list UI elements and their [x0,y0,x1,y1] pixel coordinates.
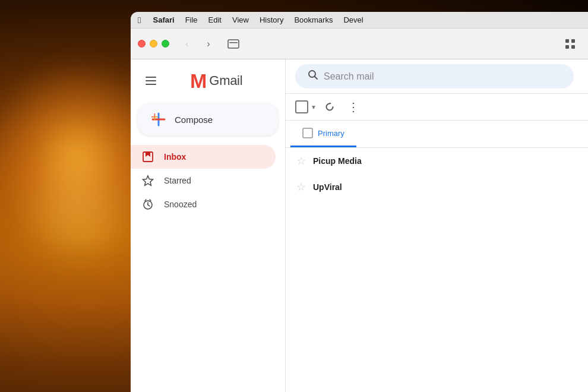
search-bar[interactable]: Search mail [295,64,574,88]
svg-rect-1 [229,42,238,43]
snoozed-label: Snoozed [164,200,197,209]
select-dropdown-icon[interactable]: ▼ [311,104,317,110]
clock-icon [141,198,154,211]
select-all-checkbox[interactable] [295,100,308,113]
svg-line-19 [315,77,318,80]
svg-rect-0 [228,40,239,48]
svg-rect-3 [571,39,575,43]
apple-menu[interactable]:  [138,15,141,25]
email-row-0[interactable]: ☆ Picup Media [286,148,588,174]
menubar-view[interactable]: View [232,15,249,24]
svg-line-16 [145,200,146,201]
svg-rect-5 [571,45,575,49]
grid-view-button[interactable] [559,36,581,52]
traffic-lights [138,40,169,48]
hamburger-menu[interactable] [141,71,160,90]
gmail-main: Search mail ▼ ⋮ [285,59,588,392]
search-icon [307,69,319,84]
svg-rect-4 [565,45,569,49]
inbox-label: Inbox [164,152,186,162]
nav-item-inbox[interactable]: Inbox [131,145,276,169]
svg-rect-2 [565,39,569,43]
gmail-main-toolbar: Search mail [286,59,588,94]
svg-rect-6 [146,77,156,78]
refresh-button[interactable] [319,96,340,118]
menubar-develop[interactable]: Devel [343,15,363,24]
gmail-sidebar: M Gmail Compose [131,59,285,392]
menubar-file[interactable]: File [185,15,198,24]
email-list: ☆ Picup Media ☆ UpViral [286,148,588,392]
back-button[interactable]: ‹ [179,36,195,52]
search-placeholder: Search mail [324,71,562,82]
compose-label: Compose [175,115,213,125]
more-options-button[interactable]: ⋮ [343,96,364,118]
star-icon-row1[interactable]: ☆ [295,181,307,194]
compose-button[interactable]: Compose [138,103,278,135]
tab-primary-label: Primary [318,129,344,138]
svg-marker-12 [143,176,153,185]
browser-area: ‹ › [131,29,588,392]
browser-toolbar: ‹ › [131,29,588,59]
gmail-logo: M Gmail [166,70,242,91]
menubar-history[interactable]: History [260,15,283,24]
tab-primary[interactable]: Primary [290,121,356,147]
minimize-button[interactable] [150,40,157,48]
monitor-frame:  Safari File Edit View History Bookmark… [131,12,588,392]
gmail-m-icon [166,70,188,91]
svg-line-17 [150,200,151,201]
email-row-1[interactable]: ☆ UpViral [286,174,588,200]
gmail-area: M Gmail Compose [131,59,588,392]
inbox-icon [141,150,154,163]
starred-label: Starred [164,176,191,185]
sender-name-0: Picup Media [313,156,408,166]
star-icon [141,174,154,187]
nav-item-snoozed[interactable]: Snoozed [131,192,276,216]
menubar:  Safari File Edit View History Bookmark… [131,12,588,29]
star-icon-row0[interactable]: ☆ [295,154,307,167]
sender-name-1: UpViral [313,182,408,192]
menubar-bookmarks[interactable]: Bookmarks [294,15,333,24]
svg-rect-8 [146,84,156,85]
menubar-safari[interactable]: Safari [153,15,174,24]
fullscreen-button[interactable] [162,40,169,48]
email-tabs: Primary [286,121,588,148]
svg-line-15 [148,205,150,206]
gmail-header: M Gmail [131,65,285,101]
svg-rect-7 [146,80,156,81]
compose-plus-icon [151,112,166,127]
menubar-edit[interactable]: Edit [208,15,222,24]
tab-overview-button[interactable] [224,36,243,52]
forward-button[interactable]: › [200,36,217,52]
action-bar: ▼ ⋮ [286,94,588,121]
gmail-m-letter: M [190,71,207,91]
nav-item-starred[interactable]: Starred [131,169,276,192]
close-button[interactable] [138,40,146,48]
gmail-wordmark: Gmail [209,73,242,88]
tab-checkbox-icon [302,128,313,138]
